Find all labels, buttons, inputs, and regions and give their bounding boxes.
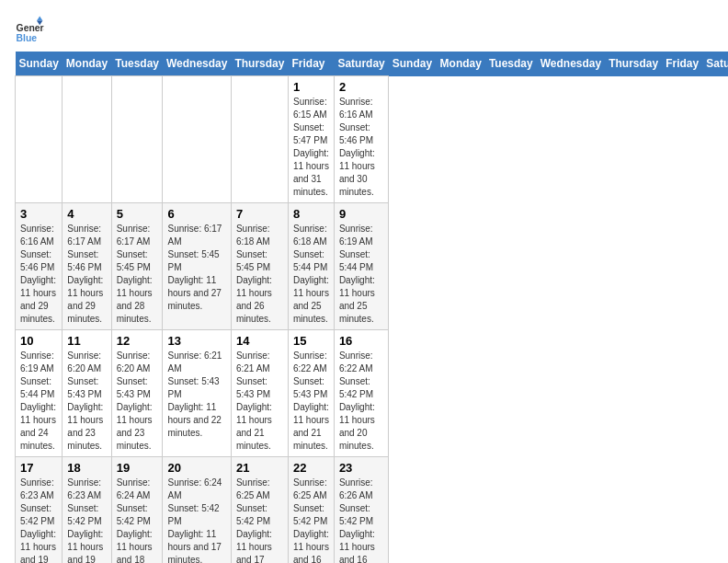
calendar-cell: 17Sunrise: 6:23 AM Sunset: 5:42 PM Dayli… bbox=[16, 457, 63, 564]
col-header-friday: Friday bbox=[662, 52, 702, 76]
day-info: Sunrise: 6:19 AM Sunset: 5:44 PM Dayligh… bbox=[339, 223, 383, 326]
calendar-cell bbox=[163, 76, 231, 203]
week-row-2: 3Sunrise: 6:16 AM Sunset: 5:46 PM Daylig… bbox=[16, 203, 729, 330]
calendar-cell bbox=[16, 76, 63, 203]
day-info: Sunrise: 6:23 AM Sunset: 5:42 PM Dayligh… bbox=[20, 477, 57, 563]
calendar-cell bbox=[63, 76, 111, 203]
calendar-cell: 16Sunrise: 6:22 AM Sunset: 5:42 PM Dayli… bbox=[334, 330, 388, 457]
day-info: Sunrise: 6:17 AM Sunset: 5:46 PM Dayligh… bbox=[67, 223, 106, 326]
day-number: 19 bbox=[117, 461, 158, 475]
day-info: Sunrise: 6:17 AM Sunset: 5:45 PM Dayligh… bbox=[117, 223, 158, 326]
day-number: 17 bbox=[20, 461, 57, 475]
day-info: Sunrise: 6:18 AM Sunset: 5:45 PM Dayligh… bbox=[236, 223, 283, 326]
day-number: 5 bbox=[117, 207, 158, 221]
calendar-cell: 11Sunrise: 6:20 AM Sunset: 5:43 PM Dayli… bbox=[63, 330, 111, 457]
day-info: Sunrise: 6:24 AM Sunset: 5:42 PM Dayligh… bbox=[167, 477, 225, 563]
day-info: Sunrise: 6:20 AM Sunset: 5:43 PM Dayligh… bbox=[67, 350, 106, 453]
day-number: 18 bbox=[67, 461, 106, 475]
day-number: 13 bbox=[167, 334, 225, 348]
day-number: 10 bbox=[20, 334, 57, 348]
day-info: Sunrise: 6:22 AM Sunset: 5:43 PM Dayligh… bbox=[293, 350, 329, 453]
day-number: 21 bbox=[236, 461, 283, 475]
col-header-wednesday: Wednesday bbox=[163, 52, 231, 76]
svg-marker-2 bbox=[37, 17, 42, 21]
day-number: 14 bbox=[236, 334, 283, 348]
col-header-sunday: Sunday bbox=[389, 52, 437, 76]
day-info: Sunrise: 6:25 AM Sunset: 5:42 PM Dayligh… bbox=[293, 477, 329, 563]
day-info: Sunrise: 6:20 AM Sunset: 5:43 PM Dayligh… bbox=[117, 350, 158, 453]
day-number: 6 bbox=[167, 207, 225, 221]
header: General Blue bbox=[15, 15, 713, 44]
day-number: 20 bbox=[167, 461, 225, 475]
col-header-friday: Friday bbox=[288, 52, 334, 76]
logo: General Blue bbox=[15, 15, 44, 44]
day-info: Sunrise: 6:19 AM Sunset: 5:44 PM Dayligh… bbox=[20, 350, 57, 453]
day-number: 11 bbox=[67, 334, 106, 348]
calendar-cell: 7Sunrise: 6:18 AM Sunset: 5:45 PM Daylig… bbox=[231, 203, 288, 330]
day-info: Sunrise: 6:24 AM Sunset: 5:42 PM Dayligh… bbox=[117, 477, 158, 563]
calendar-cell: 22Sunrise: 6:25 AM Sunset: 5:42 PM Dayli… bbox=[288, 457, 334, 564]
calendar-cell: 10Sunrise: 6:19 AM Sunset: 5:44 PM Dayli… bbox=[16, 330, 63, 457]
week-row-1: 1Sunrise: 6:15 AM Sunset: 5:47 PM Daylig… bbox=[16, 76, 729, 203]
day-info: Sunrise: 6:16 AM Sunset: 5:46 PM Dayligh… bbox=[20, 223, 57, 326]
day-number: 1 bbox=[293, 80, 329, 94]
col-header-wednesday: Wednesday bbox=[537, 52, 605, 76]
day-info: Sunrise: 6:21 AM Sunset: 5:43 PM Dayligh… bbox=[167, 350, 225, 440]
week-row-3: 10Sunrise: 6:19 AM Sunset: 5:44 PM Dayli… bbox=[16, 330, 729, 457]
calendar-cell: 6Sunrise: 6:17 AM Sunset: 5:45 PM Daylig… bbox=[163, 203, 231, 330]
calendar-cell bbox=[111, 76, 163, 203]
calendar-cell: 20Sunrise: 6:24 AM Sunset: 5:42 PM Dayli… bbox=[163, 457, 231, 564]
col-header-thursday: Thursday bbox=[231, 52, 288, 76]
calendar-cell: 8Sunrise: 6:18 AM Sunset: 5:44 PM Daylig… bbox=[288, 203, 334, 330]
day-info: Sunrise: 6:22 AM Sunset: 5:42 PM Dayligh… bbox=[339, 350, 383, 453]
calendar-cell: 18Sunrise: 6:23 AM Sunset: 5:42 PM Dayli… bbox=[63, 457, 111, 564]
logo-icon: General Blue bbox=[15, 15, 44, 44]
day-number: 15 bbox=[293, 334, 329, 348]
col-header-tuesday: Tuesday bbox=[111, 52, 163, 76]
day-number: 22 bbox=[293, 461, 329, 475]
col-header-saturday: Saturday bbox=[334, 52, 388, 76]
calendar-cell: 15Sunrise: 6:22 AM Sunset: 5:43 PM Dayli… bbox=[288, 330, 334, 457]
calendar-cell: 14Sunrise: 6:21 AM Sunset: 5:43 PM Dayli… bbox=[231, 330, 288, 457]
day-info: Sunrise: 6:23 AM Sunset: 5:42 PM Dayligh… bbox=[67, 477, 106, 563]
col-header-monday: Monday bbox=[63, 52, 111, 76]
day-info: Sunrise: 6:16 AM Sunset: 5:46 PM Dayligh… bbox=[339, 96, 383, 199]
calendar-header-row: SundayMondayTuesdayWednesdayThursdayFrid… bbox=[16, 52, 729, 76]
day-number: 4 bbox=[67, 207, 106, 221]
day-number: 2 bbox=[339, 80, 383, 94]
day-number: 23 bbox=[339, 461, 383, 475]
day-number: 16 bbox=[339, 334, 383, 348]
day-number: 3 bbox=[20, 207, 57, 221]
col-header-sunday: Sunday bbox=[16, 52, 63, 76]
col-header-thursday: Thursday bbox=[605, 52, 662, 76]
day-number: 7 bbox=[236, 207, 283, 221]
day-info: Sunrise: 6:18 AM Sunset: 5:44 PM Dayligh… bbox=[293, 223, 329, 326]
day-number: 8 bbox=[293, 207, 329, 221]
calendar-cell: 23Sunrise: 6:26 AM Sunset: 5:42 PM Dayli… bbox=[334, 457, 388, 564]
col-header-monday: Monday bbox=[437, 52, 485, 76]
day-info: Sunrise: 6:15 AM Sunset: 5:47 PM Dayligh… bbox=[293, 96, 329, 199]
day-number: 12 bbox=[117, 334, 158, 348]
col-header-tuesday: Tuesday bbox=[485, 52, 537, 76]
calendar-cell: 4Sunrise: 6:17 AM Sunset: 5:46 PM Daylig… bbox=[63, 203, 111, 330]
calendar-cell: 1Sunrise: 6:15 AM Sunset: 5:47 PM Daylig… bbox=[288, 76, 334, 203]
col-header-saturday: Saturday bbox=[702, 52, 728, 76]
day-info: Sunrise: 6:17 AM Sunset: 5:45 PM Dayligh… bbox=[167, 223, 225, 313]
day-info: Sunrise: 6:26 AM Sunset: 5:42 PM Dayligh… bbox=[339, 477, 383, 563]
calendar-cell: 19Sunrise: 6:24 AM Sunset: 5:42 PM Dayli… bbox=[111, 457, 163, 564]
day-info: Sunrise: 6:21 AM Sunset: 5:43 PM Dayligh… bbox=[236, 350, 283, 453]
calendar-cell: 13Sunrise: 6:21 AM Sunset: 5:43 PM Dayli… bbox=[163, 330, 231, 457]
week-row-4: 17Sunrise: 6:23 AM Sunset: 5:42 PM Dayli… bbox=[16, 457, 729, 564]
calendar-cell: 9Sunrise: 6:19 AM Sunset: 5:44 PM Daylig… bbox=[334, 203, 388, 330]
calendar-cell: 3Sunrise: 6:16 AM Sunset: 5:46 PM Daylig… bbox=[16, 203, 63, 330]
day-info: Sunrise: 6:25 AM Sunset: 5:42 PM Dayligh… bbox=[236, 477, 283, 563]
calendar-cell: 2Sunrise: 6:16 AM Sunset: 5:46 PM Daylig… bbox=[334, 76, 388, 203]
calendar-cell: 21Sunrise: 6:25 AM Sunset: 5:42 PM Dayli… bbox=[231, 457, 288, 564]
svg-text:Blue: Blue bbox=[17, 33, 38, 43]
calendar-cell: 5Sunrise: 6:17 AM Sunset: 5:45 PM Daylig… bbox=[111, 203, 163, 330]
day-number: 9 bbox=[339, 207, 383, 221]
calendar-table: SundayMondayTuesdayWednesdayThursdayFrid… bbox=[15, 52, 728, 563]
calendar-cell: 12Sunrise: 6:20 AM Sunset: 5:43 PM Dayli… bbox=[111, 330, 163, 457]
calendar-cell bbox=[231, 76, 288, 203]
